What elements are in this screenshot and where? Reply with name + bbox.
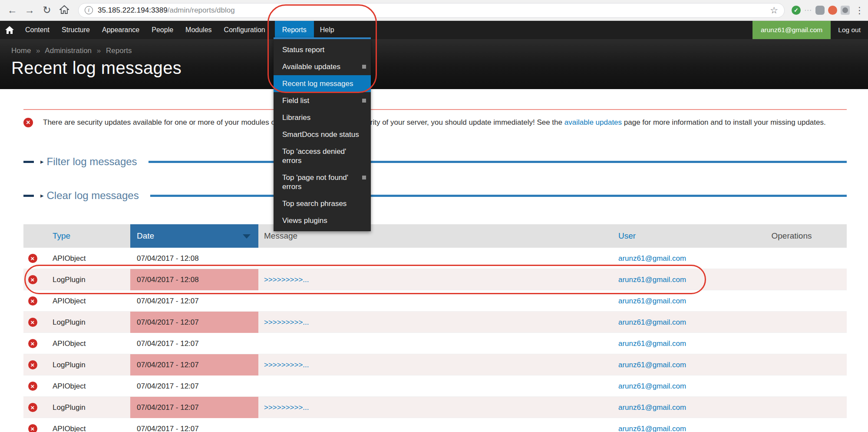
account-button[interactable]: arunz61@gmail.com (752, 21, 831, 39)
log-user-link[interactable]: arunz61@gmail.com (618, 425, 686, 432)
breadcrumb-home[interactable]: Home (11, 47, 31, 55)
clear-log-messages-fieldset: ▸ Clear log messages (23, 188, 847, 203)
log-user-link[interactable]: arunz61@gmail.com (618, 318, 686, 326)
available-updates-link[interactable]: available updates (564, 118, 622, 126)
menu-item-label: Top 'page not found' errors (282, 173, 348, 191)
menu-item-label: Available updates (282, 63, 340, 71)
reload-icon[interactable]: ↻ (40, 5, 54, 15)
log-user-link[interactable]: arunz61@gmail.com (618, 339, 686, 348)
error-icon: × (28, 424, 37, 432)
error-icon: × (28, 403, 37, 412)
extension-orange-icon[interactable] (828, 6, 837, 15)
logout-button[interactable]: Log out (831, 21, 868, 39)
menu-item-available-updates[interactable]: Available updates (274, 58, 371, 75)
log-message-link[interactable]: >>>>>>>>>... (264, 318, 309, 326)
menu-item-label: Field list (282, 96, 309, 105)
security-warning-message: × There are security updates available f… (23, 109, 847, 138)
log-date: 07/04/2017 - 12:07 (130, 418, 258, 432)
log-user-link[interactable]: arunz61@gmail.com (618, 276, 686, 284)
menu-item-status-report[interactable]: Status report (274, 41, 371, 58)
sort-by-user-link[interactable]: User (618, 231, 636, 240)
log-type: LogPlugin (42, 276, 130, 284)
log-message-link[interactable]: >>>>>>>>>... (264, 361, 309, 369)
menu-item-smartdocs-node-status[interactable]: SmartDocs node status (274, 126, 371, 143)
admin-home-icon[interactable] (0, 21, 19, 39)
menu-item-top-search-phrases[interactable]: Top search phrases (274, 195, 371, 212)
menu-item-field-list[interactable]: Field list (274, 92, 371, 109)
sort-by-date-header[interactable]: Date (130, 224, 258, 248)
submenu-indicator-icon (362, 65, 366, 69)
toolbar-item-reports[interactable]: Reports (275, 21, 314, 39)
menu-item-recent-log-messages[interactable]: Recent log messages (274, 75, 371, 92)
main-content: × There are security updates available f… (0, 109, 868, 432)
collapse-dash-icon (23, 161, 34, 163)
browser-menu-icon[interactable]: ⋮ (855, 5, 863, 16)
collapse-dash-icon (23, 195, 34, 197)
toolbar-item-appearance[interactable]: Appearance (96, 21, 145, 39)
breadcrumb-separator: » (97, 47, 101, 55)
toolbar-item-people[interactable]: People (145, 21, 179, 39)
collapsed-arrow-icon: ▸ (40, 158, 44, 166)
menu-item-label: Views plugins (282, 216, 327, 225)
error-icon: × (28, 382, 37, 391)
url-bar[interactable]: i 35.185.222.194:3389 /admin/reports/dbl… (78, 3, 785, 18)
type-column-header: Type (42, 231, 130, 241)
table-row-highlighted: × LogPlugin 07/04/2017 - 12:08 >>>>>>>>>… (23, 269, 847, 290)
log-type: APIObject (42, 297, 130, 306)
toolbar-item-configuration[interactable]: Configuration (218, 21, 271, 39)
fieldset-rule (149, 161, 847, 163)
toolbar-item-structure[interactable]: Structure (56, 21, 96, 39)
filter-fieldset-toggle[interactable]: Filter log messages (47, 156, 137, 168)
table-row-highlighted: × LogPlugin 07/04/2017 - 12:07 >>>>>>>>>… (23, 354, 847, 376)
log-date: 07/04/2017 - 12:07 (130, 397, 258, 418)
check-icon: ✓ (794, 7, 799, 13)
extension-gray-icon[interactable] (815, 6, 825, 15)
log-date: 07/04/2017 - 12:07 (130, 376, 258, 397)
breadcrumb-administration[interactable]: Administration (45, 47, 92, 55)
menu-item-top-page-not-found[interactable]: Top 'page not found' errors (274, 169, 371, 195)
operations-column-header: Operations (736, 231, 847, 241)
table-row-highlighted: × LogPlugin 07/04/2017 - 12:07 >>>>>>>>>… (23, 312, 847, 333)
back-icon[interactable]: ← (5, 5, 19, 15)
extension-check-icon[interactable]: ✓ (792, 6, 801, 15)
menu-item-top-access-denied[interactable]: Top 'access denied' errors (274, 143, 371, 169)
forward-icon[interactable]: → (23, 5, 36, 15)
sort-by-type-link[interactable]: Type (53, 231, 70, 240)
log-message-link[interactable]: >>>>>>>>>... (264, 403, 309, 412)
table-row: × APIObject 07/04/2017 - 12:07 arunz61@g… (23, 418, 847, 432)
message-column-header: Message (258, 231, 614, 241)
browser-chrome: ← → ↻ i 35.185.222.194:3389 /admin/repor… (0, 0, 868, 21)
log-user-link[interactable]: arunz61@gmail.com (618, 403, 686, 412)
home-icon[interactable] (57, 5, 71, 16)
page-info-icon[interactable]: i (85, 6, 93, 14)
fieldset-rule (150, 195, 847, 197)
log-user-link[interactable]: arunz61@gmail.com (618, 254, 686, 263)
toolbar-item-content[interactable]: Content (19, 21, 56, 39)
log-user-link[interactable]: arunz61@gmail.com (618, 382, 686, 390)
error-icon: × (28, 254, 37, 263)
log-user-link[interactable]: arunz61@gmail.com (618, 361, 686, 369)
error-icon: × (28, 318, 37, 327)
sort-descending-icon (243, 234, 251, 239)
error-icon: × (28, 360, 37, 369)
clear-fieldset-toggle[interactable]: Clear log messages (47, 189, 139, 202)
log-date: 07/04/2017 - 12:08 (130, 269, 258, 290)
toolbar-item-modules[interactable]: Modules (179, 21, 218, 39)
menu-item-views-plugins[interactable]: Views plugins (274, 212, 371, 229)
page-title: Recent log messages (11, 58, 857, 78)
submenu-indicator-icon (362, 176, 366, 179)
error-icon: × (28, 339, 37, 348)
menu-item-libraries[interactable]: Libraries (274, 109, 371, 126)
log-user-link[interactable]: arunz61@gmail.com (618, 297, 686, 305)
log-date: 07/04/2017 - 12:07 (130, 312, 258, 333)
extension-capture-icon[interactable] (841, 6, 850, 15)
breadcrumb-reports[interactable]: Reports (106, 47, 132, 55)
log-type: LogPlugin (42, 361, 130, 369)
bookmark-star-icon[interactable]: ☆ (770, 5, 778, 16)
log-type: APIObject (42, 339, 130, 348)
log-type: LogPlugin (42, 318, 130, 327)
menu-item-label: Top 'access denied' errors (282, 147, 346, 165)
filter-log-messages-fieldset: ▸ Filter log messages (23, 154, 847, 169)
toolbar-item-help[interactable]: Help (314, 21, 340, 39)
log-message-link[interactable]: >>>>>>>>>... (264, 276, 309, 284)
